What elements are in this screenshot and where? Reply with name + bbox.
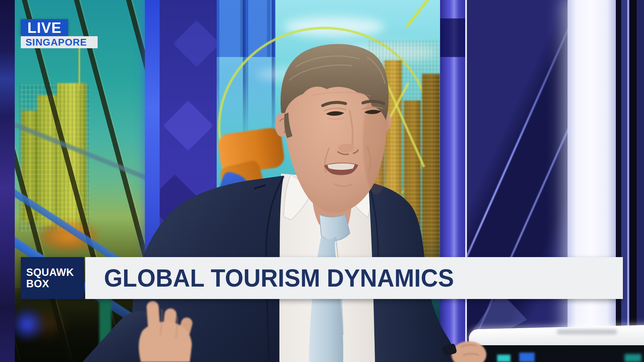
live-badge: LIVE — [21, 19, 68, 36]
location-label: SINGAPORE — [25, 37, 87, 48]
teeth — [327, 163, 355, 170]
broadcast-frame: LIVE SINGAPORE SQUAWK BOX GLOBAL TOURISM… — [0, 0, 644, 362]
headline-text: GLOBAL TOURISM DYNAMICS — [104, 264, 454, 292]
nose-tip — [338, 144, 354, 153]
left-hand — [451, 341, 486, 362]
location-badge: SINGAPORE — [21, 36, 98, 48]
studio-guest — [0, 0, 644, 362]
live-bug: LIVE SINGAPORE — [21, 19, 98, 48]
lower-third-banner: GLOBAL TOURISM DYNAMICS — [85, 257, 623, 299]
show-name-line2: BOX — [26, 278, 84, 289]
tie-knot — [319, 214, 350, 241]
show-flag: SQUAWK BOX — [21, 257, 84, 299]
show-name-line1: SQUAWK — [26, 267, 84, 278]
live-label: LIVE — [28, 19, 62, 36]
